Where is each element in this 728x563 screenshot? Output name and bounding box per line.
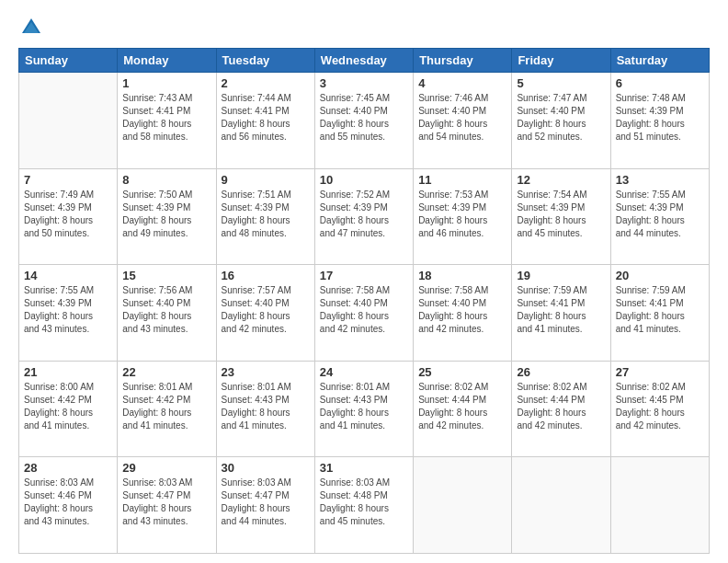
calendar-week-4: 21Sunrise: 8:00 AMSunset: 4:42 PMDayligh… — [19, 361, 710, 457]
day-number: 2 — [222, 76, 310, 90]
day-info: Sunrise: 7:55 AMSunset: 4:39 PMDaylight:… — [24, 284, 112, 336]
calendar-cell: 7Sunrise: 7:49 AMSunset: 4:39 PMDaylight… — [19, 168, 118, 265]
calendar-week-2: 7Sunrise: 7:49 AMSunset: 4:39 PMDaylight… — [19, 168, 710, 265]
calendar-cell: 25Sunrise: 8:02 AMSunset: 4:44 PMDayligh… — [414, 361, 512, 457]
calendar-cell: 24Sunrise: 8:01 AMSunset: 4:43 PMDayligh… — [314, 361, 413, 457]
calendar-cell — [512, 457, 610, 554]
day-info: Sunrise: 7:50 AMSunset: 4:39 PMDaylight:… — [122, 189, 210, 240]
day-info: Sunrise: 7:58 AMSunset: 4:40 PMDaylight:… — [320, 284, 408, 336]
day-info: Sunrise: 8:01 AMSunset: 4:43 PMDaylight:… — [320, 381, 408, 432]
day-info: Sunrise: 8:01 AMSunset: 4:42 PMDaylight:… — [122, 381, 210, 432]
day-number: 31 — [320, 461, 408, 475]
day-info: Sunrise: 7:55 AMSunset: 4:39 PMDaylight:… — [616, 189, 704, 240]
calendar-cell: 31Sunrise: 8:03 AMSunset: 4:48 PMDayligh… — [314, 457, 413, 554]
day-info: Sunrise: 8:01 AMSunset: 4:43 PMDaylight:… — [222, 381, 310, 432]
header — [18, 15, 710, 40]
day-number: 22 — [122, 365, 210, 379]
day-number: 4 — [418, 76, 506, 90]
day-number: 21 — [24, 365, 112, 379]
calendar-header-row: SundayMondayTuesdayWednesdayThursdayFrid… — [19, 49, 710, 73]
day-info: Sunrise: 7:59 AMSunset: 4:41 PMDaylight:… — [517, 284, 605, 336]
calendar-cell: 3Sunrise: 7:45 AMSunset: 4:40 PMDaylight… — [314, 73, 413, 169]
day-info: Sunrise: 7:58 AMSunset: 4:40 PMDaylight:… — [418, 284, 506, 336]
day-info: Sunrise: 8:02 AMSunset: 4:45 PMDaylight:… — [616, 381, 704, 432]
day-number: 29 — [122, 461, 210, 475]
day-number: 5 — [517, 76, 605, 90]
day-info: Sunrise: 8:02 AMSunset: 4:44 PMDaylight:… — [517, 381, 605, 432]
day-number: 24 — [320, 365, 408, 379]
day-number: 13 — [616, 173, 704, 187]
page: SundayMondayTuesdayWednesdayThursdayFrid… — [0, 0, 728, 563]
calendar-cell: 14Sunrise: 7:55 AMSunset: 4:39 PMDayligh… — [19, 265, 118, 362]
logo — [18, 15, 48, 40]
day-number: 25 — [418, 365, 506, 379]
calendar-cell: 15Sunrise: 7:56 AMSunset: 4:40 PMDayligh… — [118, 265, 216, 362]
calendar-cell: 6Sunrise: 7:48 AMSunset: 4:39 PMDaylight… — [610, 73, 709, 169]
day-number: 30 — [222, 461, 310, 475]
day-number: 15 — [122, 269, 210, 282]
day-number: 6 — [616, 76, 704, 90]
day-info: Sunrise: 7:59 AMSunset: 4:41 PMDaylight:… — [616, 284, 704, 336]
calendar-cell: 30Sunrise: 8:03 AMSunset: 4:47 PMDayligh… — [216, 457, 314, 554]
day-info: Sunrise: 7:54 AMSunset: 4:39 PMDaylight:… — [517, 189, 605, 240]
day-number: 3 — [320, 76, 408, 90]
calendar-cell: 9Sunrise: 7:51 AMSunset: 4:39 PMDaylight… — [216, 168, 314, 265]
day-number: 20 — [616, 269, 704, 282]
day-number: 26 — [517, 365, 605, 379]
day-header-wednesday: Wednesday — [314, 49, 413, 73]
calendar-cell: 28Sunrise: 8:03 AMSunset: 4:46 PMDayligh… — [19, 457, 118, 554]
day-info: Sunrise: 8:03 AMSunset: 4:48 PMDaylight:… — [320, 477, 408, 528]
calendar-cell: 18Sunrise: 7:58 AMSunset: 4:40 PMDayligh… — [414, 265, 512, 362]
day-number: 7 — [24, 173, 112, 187]
day-number: 18 — [418, 269, 506, 282]
day-number: 17 — [320, 269, 408, 282]
day-info: Sunrise: 8:03 AMSunset: 4:47 PMDaylight:… — [222, 477, 310, 528]
calendar-cell: 10Sunrise: 7:52 AMSunset: 4:39 PMDayligh… — [314, 168, 413, 265]
calendar-cell: 26Sunrise: 8:02 AMSunset: 4:44 PMDayligh… — [512, 361, 610, 457]
day-header-friday: Friday — [512, 49, 610, 73]
day-info: Sunrise: 7:53 AMSunset: 4:39 PMDaylight:… — [418, 189, 506, 240]
day-info: Sunrise: 8:00 AMSunset: 4:42 PMDaylight:… — [24, 381, 112, 432]
calendar-cell: 21Sunrise: 8:00 AMSunset: 4:42 PMDayligh… — [19, 361, 118, 457]
day-header-sunday: Sunday — [19, 49, 118, 73]
calendar-cell: 2Sunrise: 7:44 AMSunset: 4:41 PMDaylight… — [216, 73, 314, 169]
day-number: 28 — [24, 461, 112, 475]
calendar-cell: 29Sunrise: 8:03 AMSunset: 4:47 PMDayligh… — [118, 457, 216, 554]
day-header-tuesday: Tuesday — [216, 49, 314, 73]
calendar-week-5: 28Sunrise: 8:03 AMSunset: 4:46 PMDayligh… — [19, 457, 710, 554]
day-header-saturday: Saturday — [610, 49, 709, 73]
day-number: 16 — [222, 269, 310, 282]
day-number: 11 — [418, 173, 506, 187]
day-info: Sunrise: 7:57 AMSunset: 4:40 PMDaylight:… — [222, 284, 310, 336]
day-number: 1 — [122, 76, 210, 90]
logo-icon — [18, 15, 44, 40]
day-number: 10 — [320, 173, 408, 187]
calendar-cell: 17Sunrise: 7:58 AMSunset: 4:40 PMDayligh… — [314, 265, 413, 362]
day-number: 23 — [222, 365, 310, 379]
day-info: Sunrise: 7:52 AMSunset: 4:39 PMDaylight:… — [320, 189, 408, 240]
calendar-cell: 12Sunrise: 7:54 AMSunset: 4:39 PMDayligh… — [512, 168, 610, 265]
calendar-cell: 4Sunrise: 7:46 AMSunset: 4:40 PMDaylight… — [414, 73, 512, 169]
day-info: Sunrise: 7:46 AMSunset: 4:40 PMDaylight:… — [418, 92, 506, 144]
calendar-cell: 5Sunrise: 7:47 AMSunset: 4:40 PMDaylight… — [512, 73, 610, 169]
calendar-cell: 1Sunrise: 7:43 AMSunset: 4:41 PMDaylight… — [118, 73, 216, 169]
calendar-cell — [610, 457, 709, 554]
calendar-cell: 19Sunrise: 7:59 AMSunset: 4:41 PMDayligh… — [512, 265, 610, 362]
calendar-cell: 23Sunrise: 8:01 AMSunset: 4:43 PMDayligh… — [216, 361, 314, 457]
calendar-cell: 27Sunrise: 8:02 AMSunset: 4:45 PMDayligh… — [610, 361, 709, 457]
calendar-table: SundayMondayTuesdayWednesdayThursdayFrid… — [18, 48, 710, 554]
calendar-cell: 8Sunrise: 7:50 AMSunset: 4:39 PMDaylight… — [118, 168, 216, 265]
day-number: 19 — [517, 269, 605, 282]
calendar-week-3: 14Sunrise: 7:55 AMSunset: 4:39 PMDayligh… — [19, 265, 710, 362]
calendar-cell: 11Sunrise: 7:53 AMSunset: 4:39 PMDayligh… — [414, 168, 512, 265]
day-info: Sunrise: 8:03 AMSunset: 4:47 PMDaylight:… — [122, 477, 210, 528]
day-info: Sunrise: 8:02 AMSunset: 4:44 PMDaylight:… — [418, 381, 506, 432]
calendar-week-1: 1Sunrise: 7:43 AMSunset: 4:41 PMDaylight… — [19, 73, 710, 169]
calendar-cell: 16Sunrise: 7:57 AMSunset: 4:40 PMDayligh… — [216, 265, 314, 362]
calendar-cell — [19, 73, 118, 169]
day-info: Sunrise: 8:03 AMSunset: 4:46 PMDaylight:… — [24, 477, 112, 528]
day-number: 9 — [222, 173, 310, 187]
day-number: 27 — [616, 365, 704, 379]
calendar-cell: 22Sunrise: 8:01 AMSunset: 4:42 PMDayligh… — [118, 361, 216, 457]
day-info: Sunrise: 7:49 AMSunset: 4:39 PMDaylight:… — [24, 189, 112, 240]
